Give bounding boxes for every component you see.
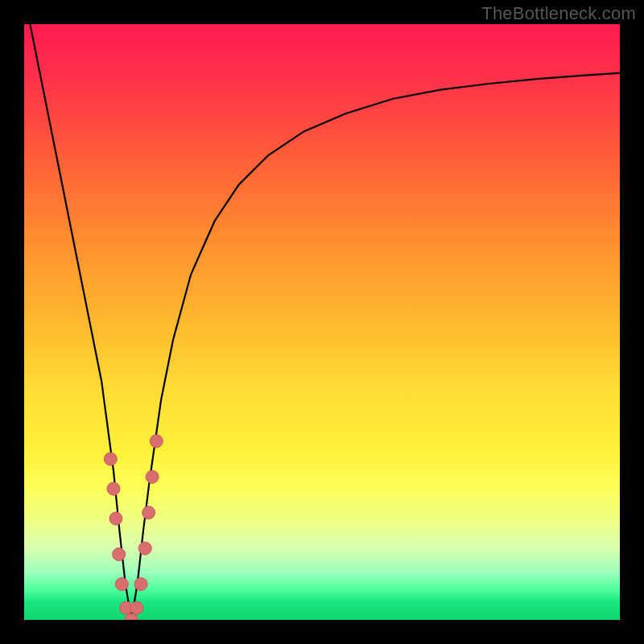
curve-marker: [142, 506, 155, 519]
curve-marker: [113, 548, 126, 561]
curve-marker: [109, 512, 122, 525]
curve-marker: [146, 470, 159, 483]
watermark-text: TheBottleneck.com: [481, 3, 636, 24]
curve-marker: [107, 482, 120, 495]
curve-marker: [134, 578, 147, 591]
bottleneck-curve-svg: [24, 24, 620, 620]
curve-marker: [150, 435, 163, 448]
curve-marker: [130, 601, 143, 614]
chart-frame: TheBottleneck.com: [0, 0, 644, 644]
curve-marker-group: [104, 435, 163, 620]
plot-area: [24, 24, 620, 620]
curve-marker: [115, 578, 128, 591]
bottleneck-curve-line: [30, 24, 620, 620]
curve-marker: [138, 542, 151, 555]
curve-marker: [104, 452, 117, 465]
